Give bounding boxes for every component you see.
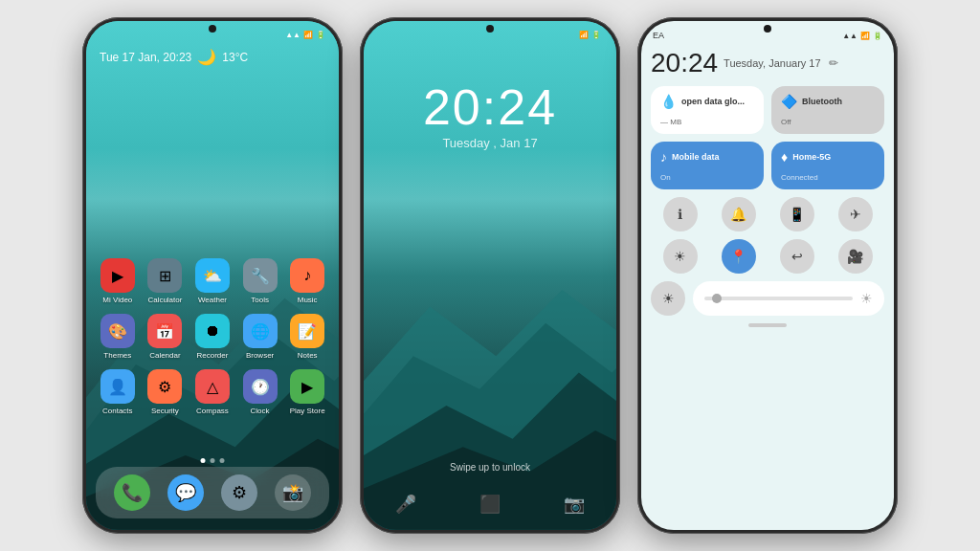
app-playstore[interactable]: ▶ Play Store (286, 369, 328, 415)
dock-settings[interactable]: ⚙ (221, 474, 257, 511)
dot-2 (211, 458, 215, 463)
music-icon: ♪ (290, 258, 324, 293)
bluetooth-icon: 🔷 (781, 94, 797, 109)
toggle-rotate[interactable]: ↩ (780, 239, 814, 274)
app-calendar[interactable]: 📅 Calendar (144, 314, 186, 360)
home-icon[interactable]: ⬛ (479, 494, 501, 515)
toggle-alarm[interactable]: 🔔 (722, 197, 756, 231)
toggle-screen[interactable]: 📱 (780, 197, 814, 231)
phone-lockscreen: 📶 🔋 20:24 Tuesday , Jan 17 Swipe up to u… (360, 17, 620, 534)
app-tools[interactable]: 🔧 Tools (239, 258, 281, 304)
app-weather[interactable]: ⛅ Weather (191, 258, 234, 304)
app-music[interactable]: ♪ Music (286, 258, 328, 304)
tools-label: Tools (251, 296, 269, 304)
brightness-slider[interactable]: ☀ (693, 281, 884, 316)
lock-time-display: 20:24 (364, 78, 616, 136)
toggle-location[interactable]: 📍 (722, 239, 756, 274)
app-mi-video[interactable]: ▶ Mi Video (97, 258, 139, 304)
tile-wifi-subtitle: Connected (781, 173, 875, 182)
toggle-airplane[interactable]: ✈ (838, 197, 873, 231)
mi-video-icon: ▶ (100, 258, 135, 293)
cc-time-display: 20:24 (651, 48, 718, 78)
toggle-brightness-low[interactable]: ☀ (663, 239, 698, 274)
calendar-icon: 📅 (147, 314, 182, 348)
lock-time: 20:24 Tuesday , Jan 17 (364, 78, 616, 150)
app-browser[interactable]: 🌐 Browser (239, 314, 281, 360)
status-icons-2: 📶 🔋 (579, 31, 601, 39)
toggle-record[interactable]: 🎥 (838, 239, 873, 274)
music-label: Music (298, 296, 318, 304)
mic-icon[interactable]: 🎤 (395, 494, 416, 515)
dock-messages[interactable]: 💬 (167, 474, 204, 511)
dock-camera[interactable]: 📸 (275, 474, 311, 511)
tiles-row-2: ♪ Mobile data On ♦ Home-5G Connected (651, 142, 884, 189)
datetime-text: Tue 17 Jan, 20:23 (100, 51, 191, 64)
calculator-label: Calculator (147, 296, 182, 304)
notes-label: Notes (298, 351, 318, 360)
tile-mobiledata[interactable]: ♪ Mobile data On (651, 142, 764, 189)
tile-header-bt: 🔷 Bluetooth (781, 94, 875, 109)
battery-icon-3: 🔋 (873, 32, 882, 40)
app-compass[interactable]: △ Compass (191, 369, 234, 415)
app-recorder[interactable]: ⏺ Recorder (191, 314, 234, 360)
app-contacts[interactable]: 👤 Contacts (97, 369, 139, 415)
clock-icon: 🕐 (243, 369, 278, 404)
tile-mobile-subtitle: On (660, 173, 754, 182)
temperature-text: 13°C (222, 51, 248, 64)
battery-icon: 🔋 (316, 31, 325, 39)
tile-header-mobile: ♪ Mobile data (660, 149, 754, 165)
compass-label: Compass (196, 407, 229, 415)
app-notes[interactable]: 📝 Notes (286, 314, 328, 360)
tile-mobile-title: Mobile data (672, 152, 720, 162)
dot-1 (201, 458, 206, 463)
browser-label: Browser (246, 351, 274, 360)
tile-wifi[interactable]: ♦ Home-5G Connected (771, 142, 884, 189)
battery-icon-2: 🔋 (591, 31, 601, 39)
tile-wifi-title: Home-5G (792, 152, 831, 162)
water-icon: 💧 (660, 94, 677, 109)
brightness-track (704, 297, 853, 300)
signal-icon-3: ▲▲ (842, 32, 858, 40)
front-camera-2 (486, 25, 494, 33)
dock-phone[interactable]: 📞 (114, 474, 150, 511)
tile-header-wifi: ♦ Home-5G (781, 149, 875, 165)
clock-label: Clock (251, 407, 270, 415)
small-toggles-1: ℹ 🔔 📱 ✈ (651, 197, 884, 231)
app-clock[interactable]: 🕐 Clock (239, 369, 281, 415)
notes-icon: 📝 (290, 314, 324, 348)
weather-label: Weather (198, 296, 227, 304)
tile-bt-subtitle: Off (781, 118, 875, 126)
toggle-flashlight[interactable]: ℹ (663, 197, 698, 231)
app-security[interactable]: ⚙ Security (144, 369, 186, 415)
edit-icon[interactable]: ✏ (829, 56, 838, 70)
wifi-icon-3: 📶 (860, 32, 870, 40)
front-camera (209, 25, 216, 33)
status-icons-3: ▲▲ 📶 🔋 (842, 32, 882, 40)
control-center: 20:24 Tuesday, January 17 ✏ 💧 open data … (651, 48, 884, 327)
camera-lock-icon[interactable]: 📷 (564, 494, 585, 515)
mobiledata-icon: ♪ (660, 149, 667, 165)
tile-data-subtitle: — MB (660, 118, 754, 126)
security-label: Security (151, 407, 179, 415)
tiles-row-1: 💧 open data glo... — MB 🔷 Bluetooth Off (651, 86, 884, 134)
brightness-sun-icon: ☀ (860, 291, 873, 306)
dock: 📞 💬 ⚙ 📸 (96, 467, 329, 518)
app-calculator[interactable]: ⊞ Calculator (144, 258, 186, 304)
brightness-row: ☀ ☀ (651, 281, 884, 316)
phone-controlcenter: EA ▲▲ 📶 🔋 20:24 Tuesday, January 17 ✏ (637, 17, 898, 534)
weather-icon: 🌙 (197, 48, 216, 66)
playstore-icon: ▶ (290, 369, 324, 404)
recorder-icon: ⏺ (195, 314, 230, 348)
tile-data-title: open data glo... (681, 97, 745, 106)
calendar-label: Calendar (149, 351, 180, 360)
tile-mobile-data-info[interactable]: 💧 open data glo... — MB (651, 86, 764, 134)
datetime-widget: Tue 17 Jan, 20:23 🌙 13°C (100, 48, 248, 66)
weather-app-icon: ⛅ (195, 258, 230, 293)
brightness-knob (712, 294, 722, 303)
app-themes[interactable]: 🎨 Themes (97, 314, 139, 360)
tile-bluetooth[interactable]: 🔷 Bluetooth Off (771, 86, 884, 134)
themes-label: Themes (103, 351, 131, 360)
signal-icon: ▲▲ (285, 31, 301, 39)
tile-bt-title: Bluetooth (802, 97, 842, 106)
brightness-down-btn[interactable]: ☀ (651, 281, 685, 316)
